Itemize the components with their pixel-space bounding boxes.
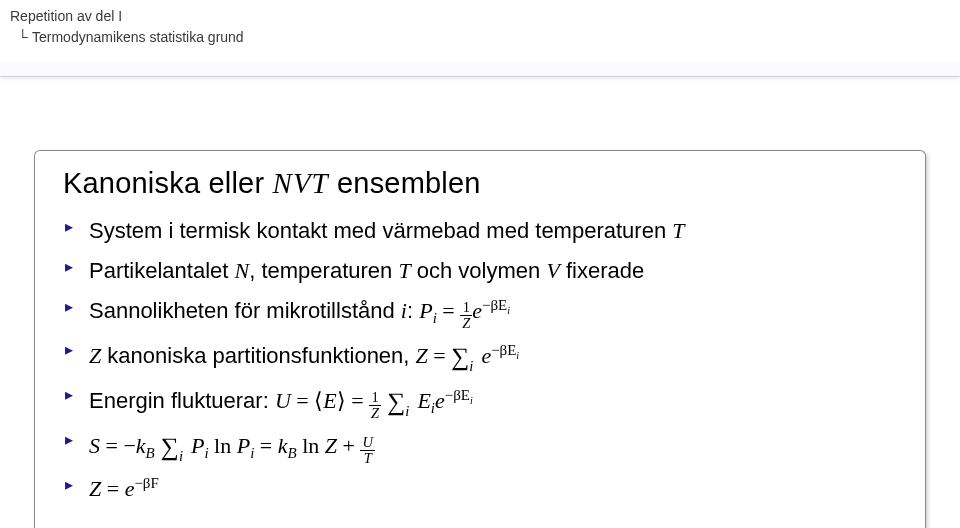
sum-icon: ∑i xyxy=(387,382,405,421)
angle-left-icon: ⟨ xyxy=(314,388,323,413)
sym-N: N xyxy=(235,258,250,283)
sub-B: B xyxy=(146,446,155,462)
sym-Z: Z xyxy=(416,343,428,368)
bullet-list: System i termisk kontakt med värmebad me… xyxy=(63,214,897,507)
exp-sub: i xyxy=(470,395,473,406)
list-item: Energin fluktuerar: U = ⟨E⟩ = 1Z ∑iEie−β… xyxy=(63,382,897,421)
exp: −βE xyxy=(482,297,507,313)
frac-num: 1 xyxy=(369,390,381,406)
sum-sub: i xyxy=(469,355,473,378)
sym-P: P xyxy=(419,298,432,323)
item-text: Partikelantalet xyxy=(89,258,235,283)
item-text: kanoniska partitionsfunktionen, xyxy=(101,343,415,368)
frac-num: U xyxy=(360,435,374,451)
title-text-post: ensemblen xyxy=(329,167,481,199)
list-item: Z kanoniska partitionsfunktionen, Z = ∑i… xyxy=(63,337,897,376)
tree-branch-icon: └ xyxy=(18,27,32,48)
item-text: Energin fluktuerar: xyxy=(89,388,275,413)
eq: = xyxy=(346,388,369,413)
sub-B: B xyxy=(288,446,297,462)
eq: = xyxy=(291,388,314,413)
frac-den: T xyxy=(360,451,374,466)
list-item: Sannolikheten för mikrotillstånd i: Pi =… xyxy=(63,294,897,331)
sym-V: V xyxy=(546,258,559,283)
exp-sub: i xyxy=(516,350,519,361)
sym-U: U xyxy=(275,388,291,413)
sym-k: k xyxy=(278,433,288,458)
fraction: 1Z xyxy=(369,390,381,421)
breadcrumb: Repetition av del I └Termodynamikens sta… xyxy=(10,6,244,48)
sym-e: e xyxy=(435,388,445,413)
sym-Z: Z xyxy=(325,433,337,458)
slide-content: Kanoniska eller NVT ensemblen System i t… xyxy=(34,150,926,528)
list-item: Z = e−βF xyxy=(63,472,897,506)
sym-T: T xyxy=(398,258,410,283)
exp: −βE xyxy=(445,387,470,403)
frac-den: Z xyxy=(369,406,381,421)
sym-Z: Z xyxy=(89,343,101,368)
list-item: System i termisk kontakt med värmebad me… xyxy=(63,214,897,248)
frac-den: Z xyxy=(460,316,472,331)
list-item: Partikelantalet N, temperaturen T och vo… xyxy=(63,254,897,288)
exp-sub: i xyxy=(507,305,510,316)
breadcrumb-line2: └Termodynamikens statistika grund xyxy=(18,27,244,48)
sym-E: E xyxy=(323,388,336,413)
eq: = xyxy=(437,298,460,323)
sym-e: e xyxy=(481,343,491,368)
sum-sub: i xyxy=(179,445,183,468)
header-divider xyxy=(0,62,960,77)
fraction: 1Z xyxy=(460,300,472,331)
eq: = xyxy=(101,476,124,501)
title-text-pre: Kanoniska eller xyxy=(63,167,273,199)
sym-Z: Z xyxy=(89,476,101,501)
exp: −βE xyxy=(491,342,516,358)
angle-right-icon: ⟩ xyxy=(337,388,346,413)
sum-sub: i xyxy=(405,400,409,423)
item-text: : xyxy=(407,298,419,323)
sym-E: E xyxy=(417,388,430,413)
slide-title: Kanoniska eller NVT ensemblen xyxy=(63,167,897,200)
item-text: och volymen xyxy=(411,258,547,283)
sym-T: T xyxy=(672,218,684,243)
eq: = xyxy=(428,343,451,368)
sym-P: P xyxy=(237,433,250,458)
eq: = − xyxy=(100,433,136,458)
sym-S: S xyxy=(89,433,100,458)
sym-e: e xyxy=(125,476,135,501)
exp: −βF xyxy=(134,475,158,491)
ln: ln xyxy=(297,433,325,458)
fraction: UT xyxy=(360,435,374,466)
breadcrumb-line2-text: Termodynamikens statistika grund xyxy=(32,29,244,45)
title-nvt: NVT xyxy=(273,167,329,199)
plus: + xyxy=(337,433,360,458)
sym-k: k xyxy=(136,433,146,458)
list-item: S = −kB ∑iPi ln Pi = kB ln Z + UT xyxy=(63,427,897,466)
sym-e: e xyxy=(472,298,482,323)
sum-icon: ∑i xyxy=(161,427,179,466)
item-text: System i termisk kontakt med värmebad me… xyxy=(89,218,672,243)
frac-num: 1 xyxy=(460,300,472,316)
breadcrumb-line1: Repetition av del I xyxy=(10,6,244,27)
item-text: fixerade xyxy=(560,258,644,283)
item-text: , temperaturen xyxy=(249,258,398,283)
ln: ln xyxy=(209,433,237,458)
eq: = xyxy=(254,433,277,458)
sum-icon: ∑i xyxy=(451,337,469,376)
item-text: Sannolikheten för mikrotillstånd xyxy=(89,298,401,323)
sym-P: P xyxy=(191,433,204,458)
